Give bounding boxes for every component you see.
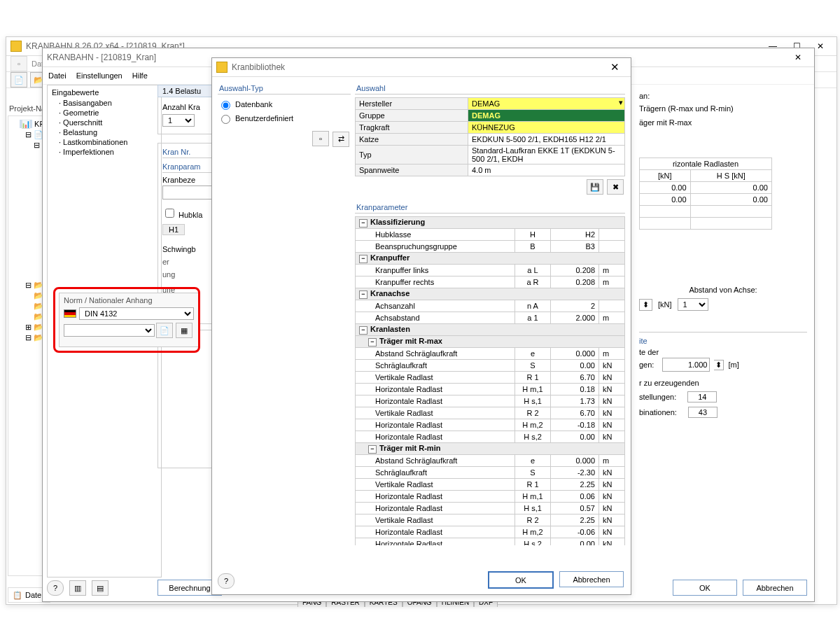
readout: 14 xyxy=(687,391,717,402)
toolbar-button[interactable]: ▦ xyxy=(176,323,192,338)
help-button[interactable]: ? xyxy=(218,573,234,589)
toolbar-button[interactable]: ▤ xyxy=(92,580,108,596)
param-unit: kN xyxy=(599,479,625,491)
cancel-button[interactable]: Abbrechen xyxy=(559,571,624,587)
param-value[interactable]: 0.57 xyxy=(551,503,599,514)
cancel-button[interactable]: Abbrechen xyxy=(743,580,807,596)
param-value[interactable]: 0.000 xyxy=(551,348,599,360)
field-value[interactable]: DEMAG xyxy=(468,110,625,122)
toolbar-button[interactable]: 📄 xyxy=(156,323,173,338)
param-label: Abstand Schräglaufkraft xyxy=(356,455,515,467)
param-label: Achsabstand xyxy=(356,312,515,324)
param-label: Beanspruchungsgruppe xyxy=(356,241,515,253)
norm-sub-select[interactable] xyxy=(64,324,155,337)
param-value[interactable]: 0.18 xyxy=(551,384,599,396)
close-icon[interactable]: ✕ xyxy=(786,52,810,62)
nav-item[interactable]: · Belastung xyxy=(59,127,157,137)
norm-select[interactable]: DIN 4132 xyxy=(79,307,194,320)
panel-auswahltyp: Auswahl-Typ xyxy=(218,81,351,94)
param-label: Horizontale Radlast xyxy=(356,396,515,407)
param-value[interactable]: -0.18 xyxy=(551,419,599,431)
param-value[interactable]: 6.70 xyxy=(551,372,599,384)
param-unit: m xyxy=(599,265,625,276)
field-value[interactable]: EKDKUN 5-500 2/1, EKDH165 H12 2/1 xyxy=(468,134,625,146)
param-value[interactable]: 2.25 xyxy=(551,514,599,526)
nav-item[interactable]: · Imperfektionen xyxy=(59,147,157,157)
param-value[interactable]: 0.208 xyxy=(551,265,599,276)
group-header[interactable]: −Kranachse xyxy=(356,288,625,300)
chevron-down-icon[interactable]: ▾ xyxy=(619,98,623,107)
menu-einstellungen[interactable]: Einstellungen xyxy=(76,71,122,80)
param-label: Schräglaufkraft xyxy=(356,360,515,372)
toolbar-button[interactable]: ⇄ xyxy=(332,132,349,147)
param-symbol: a R xyxy=(515,276,551,288)
param-value[interactable]: 0.00 xyxy=(551,431,599,443)
save-button[interactable]: 💾 xyxy=(587,179,603,195)
panel-kranparam: Kranparameter xyxy=(355,200,625,214)
param-unit: kN xyxy=(599,431,625,443)
toolbar-new[interactable]: 📄 xyxy=(10,72,27,88)
param-symbol: H m,2 xyxy=(515,526,551,538)
delete-button[interactable]: ✖ xyxy=(607,179,624,195)
param-label: Vertikale Radlast xyxy=(356,372,515,384)
radio-benutzer[interactable]: Benutzerdefiniert xyxy=(218,111,351,125)
group-header[interactable]: −Träger mit R-max xyxy=(356,336,625,348)
param-value[interactable]: 6.70 xyxy=(551,407,599,419)
anzahl-select[interactable]: 1 xyxy=(162,114,195,127)
param-value[interactable]: 0.00 xyxy=(551,360,599,372)
field-value[interactable]: 4.0 m xyxy=(468,164,625,176)
param-unit: m xyxy=(599,276,625,288)
group-header[interactable]: −Träger mit R-min xyxy=(356,443,625,455)
param-label: Horizontale Radlast xyxy=(356,384,515,396)
param-label: Horizontale Radlast xyxy=(356,538,515,546)
param-value[interactable]: -2.30 xyxy=(551,467,599,479)
param-unit: kN xyxy=(599,419,625,431)
param-value[interactable]: 2.000 xyxy=(551,312,599,324)
param-value[interactable]: 0.00 xyxy=(551,538,599,546)
toolbar-button[interactable]: ▥ xyxy=(69,580,86,596)
help-button[interactable]: ? xyxy=(47,580,64,596)
spinner[interactable]: ⬍ xyxy=(639,299,652,311)
param-value[interactable]: 2 xyxy=(551,300,599,312)
value-input[interactable] xyxy=(662,358,710,372)
field-value[interactable]: Standard-Laufkran EKKE 1T (EKDKUN 5-500 … xyxy=(468,146,625,164)
group-header[interactable]: −Kranlasten xyxy=(356,324,625,336)
param-symbol: H s,1 xyxy=(515,396,551,407)
param-value[interactable]: 0.000 xyxy=(551,455,599,467)
param-symbol: a L xyxy=(515,265,551,276)
menu-datei[interactable]: Datei xyxy=(48,71,66,80)
nav-item[interactable]: · Lastkombinationen xyxy=(59,137,157,147)
toolbar-button[interactable]: ▫ xyxy=(312,131,329,146)
param-value[interactable]: -0.06 xyxy=(551,526,599,538)
param-symbol: e xyxy=(515,455,551,467)
param-value[interactable]: 2.25 xyxy=(551,479,599,491)
close-icon[interactable]: ✕ xyxy=(603,61,626,74)
field-value[interactable]: KÜHNEZUG xyxy=(468,122,625,134)
param-label: Hubklasse xyxy=(356,229,515,241)
toolbar-button[interactable]: ▫ xyxy=(10,56,27,71)
ok-button[interactable]: OK xyxy=(673,580,737,596)
radio-datenbank[interactable]: Datenbank xyxy=(218,97,351,111)
nav-item[interactable]: · Basisangaben xyxy=(59,98,157,108)
nav-item[interactable]: · Querschnitt xyxy=(59,118,157,127)
param-value[interactable]: 1.73 xyxy=(551,396,599,407)
app-icon xyxy=(216,62,227,73)
param-value[interactable]: B3 xyxy=(551,241,599,253)
field-value[interactable]: DEMAG▾ xyxy=(468,98,625,110)
group-header[interactable]: −Kranpuffer xyxy=(356,253,625,265)
achse-select[interactable]: 1 xyxy=(678,298,708,311)
param-value[interactable]: 0.208 xyxy=(551,276,599,288)
hubkla-check[interactable] xyxy=(165,209,174,218)
param-value[interactable]: 0.06 xyxy=(551,491,599,503)
label: Trägern (R-max und R-min) xyxy=(639,102,807,115)
param-value[interactable]: H2 xyxy=(551,229,599,241)
menu-hilfe[interactable]: Hilfe xyxy=(132,71,148,80)
col-header: rizontale Radlasten xyxy=(640,158,772,170)
nav-item[interactable]: · Geometrie xyxy=(59,108,157,118)
param-label: Kranpuffer rechts xyxy=(356,276,515,288)
field-label: Gruppe xyxy=(356,110,468,122)
project-label: Projekt-Na xyxy=(9,104,46,113)
param-unit: kN xyxy=(599,491,625,503)
ok-button[interactable]: OK xyxy=(488,571,554,589)
group-header[interactable]: −Klassifizierung xyxy=(356,217,625,229)
